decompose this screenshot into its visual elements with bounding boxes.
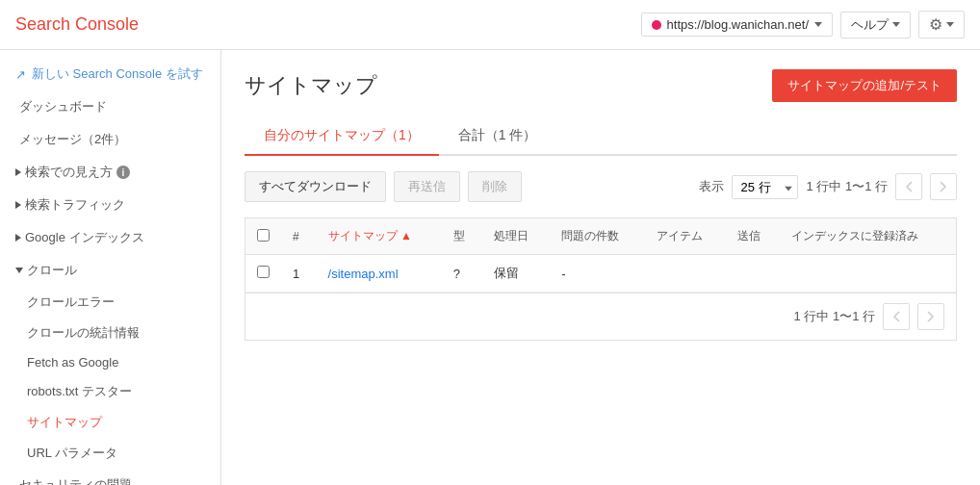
bottom-next-button[interactable] (917, 303, 944, 330)
sidebar-item-new-console[interactable]: ↗ 新しい Search Console を試す (0, 58, 220, 90)
sidebar-item-security-issues[interactable]: セキュリティの問題 (0, 469, 220, 485)
display-label: 表示 (699, 178, 724, 195)
chevron-down-icon (946, 22, 954, 27)
toolbar-left: すべてダウンロード 再送信 削除 (245, 171, 522, 202)
sidebar-item-search-traffic[interactable]: 検索トラフィック (0, 189, 220, 221)
tab-total[interactable]: 合計（1 件） (439, 117, 556, 156)
col-date: 処理日 (482, 218, 550, 255)
row-checkbox-cell (245, 255, 281, 293)
row-date: 保留 (482, 255, 550, 293)
add-sitemap-button[interactable]: サイトマップの追加/テスト (772, 69, 957, 102)
tab-my-sitemaps[interactable]: 自分のサイトマップ（1） (245, 117, 439, 156)
select-all-checkbox[interactable] (257, 229, 270, 242)
triangle-right-icon (15, 234, 21, 242)
help-button[interactable]: ヘルプ (840, 12, 911, 38)
chevron-right-icon (940, 181, 947, 192)
row-indexed (780, 255, 956, 293)
sidebar-item-messages[interactable]: メッセージ（2件） (0, 123, 220, 156)
sidebar-item-url-parameters[interactable]: URL パラメータ (0, 438, 220, 469)
toolbar-right: 表示 25 行 50 行 100 行 1 行中 1〜1 行 (699, 173, 957, 200)
download-all-button[interactable]: すべてダウンロード (245, 171, 386, 202)
main-content: サイトマップ サイトマップの追加/テスト 自分のサイトマップ（1） 合計（1 件… (221, 50, 980, 485)
site-url: https://blog.wanichan.net/ (667, 17, 809, 32)
next-page-button[interactable] (930, 173, 957, 200)
table-row: 1 /sitemap.xml ? 保留 - (245, 255, 956, 293)
row-checkbox[interactable] (257, 266, 270, 278)
col-indexed: インデックスに登録済み (780, 218, 956, 255)
sidebar-item-crawl-stats[interactable]: クロールの統計情報 (0, 318, 220, 348)
sidebar-item-search-appearance[interactable]: 検索での見え方 i (0, 156, 220, 189)
col-items: アイテム (645, 218, 726, 255)
delete-button[interactable]: 削除 (468, 171, 522, 202)
row-issues: - (550, 255, 644, 293)
bottom-pagination-info: 1 行中 1〜1 行 (793, 308, 875, 325)
bottom-pagination: 1 行中 1〜1 行 (245, 293, 956, 340)
app-title: Search Console (15, 14, 139, 35)
sidebar-item-google-index[interactable]: Google インデックス (0, 221, 220, 254)
chevron-left-icon (892, 311, 900, 322)
resend-button[interactable]: 再送信 (394, 171, 460, 202)
site-dot-icon (652, 20, 661, 30)
col-sitemap[interactable]: サイトマップ ▲ (317, 218, 442, 255)
main-header: サイトマップ サイトマップの追加/テスト (245, 69, 957, 102)
tabs: 自分のサイトマップ（1） 合計（1 件） (245, 117, 957, 156)
per-page-select[interactable]: 25 行 50 行 100 行 (732, 175, 798, 199)
help-label: ヘルプ (851, 16, 889, 34)
sidebar-item-crawl[interactable]: クロール (0, 254, 220, 287)
sitemap-table: # サイトマップ ▲ 型 処理日 問題の件数 アイテム 送信 インデックスに登録… (245, 217, 957, 341)
sidebar-item-dashboard[interactable]: ダッシュボード (0, 90, 220, 123)
chevron-down-icon (892, 22, 900, 27)
info-icon: i (116, 166, 130, 179)
sitemap-link[interactable]: /sitemap.xml (328, 267, 399, 281)
col-issues: 問題の件数 (550, 218, 644, 255)
row-sitemap: /sitemap.xml (317, 255, 442, 293)
triangle-right-icon (15, 168, 21, 176)
sidebar-item-fetch-as-google[interactable]: Fetch as Google (0, 348, 220, 376)
page-title: サイトマップ (245, 71, 377, 100)
triangle-down-icon (15, 268, 23, 273)
external-link-icon: ↗ (15, 67, 26, 82)
col-type: 型 (442, 218, 482, 255)
triangle-right-icon (15, 201, 21, 209)
col-submitted: 送信 (726, 218, 780, 255)
row-type: ? (442, 255, 482, 293)
col-checkbox (245, 218, 281, 255)
chevron-right-icon (927, 311, 935, 322)
row-submitted (726, 255, 780, 293)
header-controls: https://blog.wanichan.net/ ヘルプ ⚙ (641, 11, 965, 38)
per-page-wrapper: 25 行 50 行 100 行 (732, 175, 798, 199)
bottom-prev-button[interactable] (883, 303, 910, 330)
sidebar-item-crawl-errors[interactable]: クロールエラー (0, 287, 220, 318)
layout: ↗ 新しい Search Console を試す ダッシュボード メッセージ（2… (0, 50, 980, 485)
row-items (645, 255, 726, 293)
sidebar-item-sitemap[interactable]: サイトマップ (0, 407, 220, 438)
col-num: # (281, 218, 317, 255)
pagination-info: 1 行中 1〜1 行 (806, 178, 888, 195)
gear-icon: ⚙ (929, 15, 942, 34)
chevron-left-icon (905, 181, 913, 192)
sidebar-item-robots-tester[interactable]: robots.txt テスター (0, 376, 220, 407)
settings-button[interactable]: ⚙ (918, 11, 965, 38)
toolbar: すべてダウンロード 再送信 削除 表示 25 行 50 行 100 行 1 行中… (245, 171, 957, 202)
site-selector[interactable]: https://blog.wanichan.net/ (641, 13, 833, 37)
header: Search Console https://blog.wanichan.net… (0, 0, 980, 50)
row-num: 1 (281, 255, 317, 293)
sidebar: ↗ 新しい Search Console を試す ダッシュボード メッセージ（2… (0, 50, 221, 485)
chevron-down-icon (814, 22, 822, 27)
prev-page-button[interactable] (895, 173, 922, 200)
